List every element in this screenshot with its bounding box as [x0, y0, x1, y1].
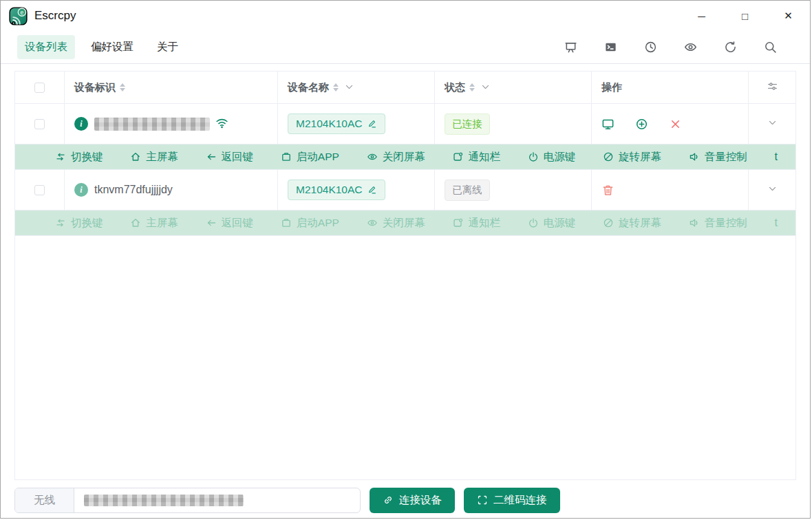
wireless-mode-label: 无线: [15, 488, 74, 512]
maximize-button[interactable]: □: [723, 1, 767, 31]
screen-mirror-icon[interactable]: [564, 41, 577, 54]
address-input-group: 无线: [14, 488, 361, 513]
wifi-icon: [215, 116, 228, 132]
window-controls: ─ □ ✕: [680, 1, 810, 31]
delete-device-icon[interactable]: [601, 184, 615, 197]
status-cell: 已连接: [435, 104, 592, 144]
toolbar: [564, 41, 792, 54]
terminal-icon[interactable]: [604, 41, 617, 54]
table-row: i M2104K10AC 已连接: [15, 104, 795, 144]
action-launch-app: 启动APP: [281, 216, 339, 230]
action-back[interactable]: 返回键: [206, 150, 254, 164]
redacted-device-id: [94, 118, 210, 131]
table-header-row: 设备标识 设备名称 状态 操作: [15, 72, 795, 104]
action-overflow: t: [775, 217, 778, 229]
qr-connect-button[interactable]: 二维码连接: [464, 488, 560, 513]
action-switch-key[interactable]: 切换键: [55, 150, 103, 164]
action-rotate-screen: 旋转屏幕: [603, 216, 661, 230]
edit-pencil-icon: [367, 185, 377, 195]
column-header-device-id[interactable]: 设备标识: [65, 72, 278, 103]
device-list-panel: 设备标识 设备名称 状态 操作: [1, 64, 810, 480]
device-name-cell: M2104K10AC: [278, 170, 435, 210]
sort-caret-icon[interactable]: [120, 83, 125, 91]
device-id-cell: i tknvm77dfujjjjdy: [65, 170, 278, 210]
status-badge: 已连接: [445, 113, 490, 135]
close-button[interactable]: ✕: [767, 1, 810, 31]
redacted-address: [84, 495, 244, 506]
device-name-tag[interactable]: M2104K10AC: [288, 113, 385, 134]
column-header-operation: 操作: [592, 72, 749, 103]
device-table: 设备标识 设备名称 状态 操作: [14, 71, 796, 480]
device-action-bar-disabled: 切换键 主屏幕 返回键 启动APP 关闭屏幕 通知栏 电源键 旋转屏幕 音量控制…: [15, 210, 795, 236]
device-name-tag[interactable]: M2104K10AC: [288, 180, 385, 200]
operations-cell: [592, 104, 749, 144]
svg-text:e: e: [21, 8, 24, 15]
select-all-cell: [15, 72, 65, 103]
action-power-key[interactable]: 电源键: [528, 150, 576, 164]
action-volume-control: 音量控制: [689, 216, 747, 230]
preview-eye-icon[interactable]: [684, 41, 697, 54]
device-action-bar: 切换键 主屏幕 返回键 启动APP 关闭屏幕 通知栏 电源键 旋转屏幕 音量控制…: [15, 144, 795, 170]
address-input[interactable]: [74, 488, 360, 512]
link-icon: [383, 495, 394, 506]
qr-scan-icon: [477, 495, 488, 506]
history-icon[interactable]: [644, 41, 657, 54]
expand-chevron-icon[interactable]: [768, 118, 777, 130]
search-icon[interactable]: [764, 41, 777, 54]
action-home[interactable]: 主屏幕: [130, 150, 178, 164]
app-window: e Escrcpy ─ □ ✕ 设备列表 偏好设置 关于: [0, 0, 811, 519]
action-volume-control[interactable]: 音量控制: [689, 150, 747, 164]
device-info-icon[interactable]: i: [74, 183, 88, 197]
device-id-text: tknvm77dfujjjjdy: [94, 184, 173, 196]
action-rotate-screen[interactable]: 旋转屏幕: [603, 150, 661, 164]
minimize-button[interactable]: ─: [680, 1, 723, 31]
tab-preferences[interactable]: 偏好设置: [83, 35, 141, 59]
action-home: 主屏幕: [130, 216, 178, 230]
expand-chevron-icon[interactable]: [768, 184, 777, 196]
tab-bar: 设备列表 偏好设置 关于: [1, 31, 810, 64]
filter-chevron-icon[interactable]: [345, 82, 354, 94]
action-screen-off[interactable]: 关闭屏幕: [367, 150, 425, 164]
sort-caret-icon[interactable]: [333, 83, 339, 91]
action-notification-bar: 通知栏: [452, 216, 500, 230]
column-header-status[interactable]: 状态: [435, 72, 592, 103]
action-back: 返回键: [206, 216, 254, 230]
connect-bar: 无线 连接设备 二维码连接: [1, 480, 810, 519]
tab-device-list[interactable]: 设备列表: [17, 35, 75, 59]
edit-pencil-icon: [367, 119, 377, 129]
action-power-key: 电源键: [528, 216, 576, 230]
device-name-cell: M2104K10AC: [278, 104, 435, 144]
app-logo-icon: e: [9, 7, 28, 25]
status-badge: 已离线: [445, 180, 490, 201]
device-info-icon[interactable]: i: [74, 117, 88, 131]
operations-cell: [592, 170, 749, 210]
filter-chevron-icon[interactable]: [481, 82, 490, 94]
sort-caret-icon[interactable]: [469, 83, 475, 91]
action-screen-off: 关闭屏幕: [367, 216, 425, 230]
device-id-cell: i: [65, 104, 278, 144]
column-settings-cell: [749, 72, 795, 103]
app-title: Escrcpy: [34, 9, 76, 23]
select-all-checkbox[interactable]: [34, 83, 45, 93]
row-checkbox[interactable]: [34, 185, 45, 195]
start-mirror-icon[interactable]: [601, 118, 615, 131]
action-launch-app[interactable]: 启动APP: [281, 150, 339, 164]
column-header-device-name[interactable]: 设备名称: [278, 72, 435, 103]
table-row: i tknvm77dfujjjjdy M2104K10AC 已离线: [15, 170, 795, 210]
action-switch-key: 切换键: [55, 216, 103, 230]
close-connection-icon[interactable]: [669, 118, 682, 131]
refresh-icon[interactable]: [724, 41, 737, 54]
action-notification-bar[interactable]: 通知栏: [452, 150, 500, 164]
row-checkbox[interactable]: [34, 119, 45, 129]
column-settings-icon[interactable]: [767, 80, 778, 94]
title-bar: e Escrcpy ─ □ ✕: [1, 1, 810, 31]
action-overflow[interactable]: t: [775, 151, 778, 163]
tab-about[interactable]: 关于: [149, 35, 186, 59]
status-cell: 已离线: [435, 170, 592, 210]
add-circle-icon[interactable]: [635, 118, 648, 131]
connect-device-button[interactable]: 连接设备: [370, 488, 455, 513]
